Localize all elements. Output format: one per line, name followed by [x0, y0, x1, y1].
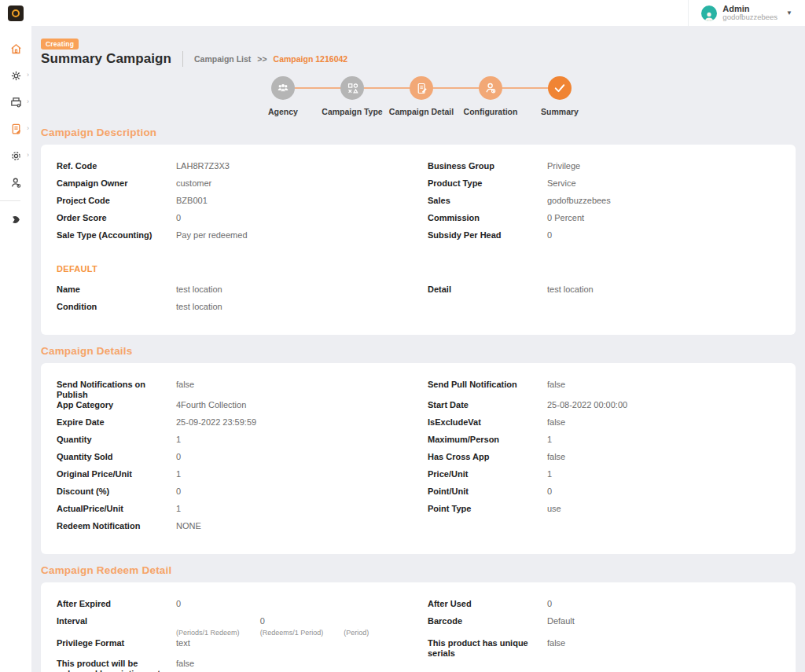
- configuration-icon: [479, 76, 502, 100]
- summary-check-icon: [548, 76, 572, 100]
- field-label: Interval: [57, 616, 176, 638]
- fields-grid: Nametest locationDetailtest locationCond…: [57, 285, 786, 319]
- field-label: Send Pull Notification: [428, 380, 547, 400]
- field-value: text: [176, 638, 428, 659]
- field-label: Point/Unit: [428, 487, 547, 504]
- sidebar-item-home[interactable]: [0, 35, 31, 62]
- field-label: ActualPrice/Unit: [57, 504, 176, 521]
- field-value: 0: [176, 599, 428, 616]
- field-value: false: [547, 638, 786, 659]
- fields-grid: After Expired0After Used0Interval(Period…: [57, 599, 786, 672]
- chevron-down-icon[interactable]: ▼: [786, 9, 792, 17]
- field-label: Maximum/Person: [428, 435, 547, 452]
- field-label: Ref. Code: [57, 161, 176, 178]
- step-label: Agency: [268, 107, 298, 116]
- stepper-step-configuration[interactable]: Configuration: [456, 76, 525, 116]
- field-value: 1: [176, 504, 428, 521]
- buzzebees-logo[interactable]: [8, 6, 24, 21]
- field-value: 1: [547, 469, 786, 487]
- interval-caption: (Period): [344, 628, 428, 638]
- section-campaign-description: Campaign DescriptionRef. CodeLAH8R7Z3X3B…: [41, 127, 796, 335]
- chevron-right-icon: ›: [27, 97, 29, 105]
- section-campaign-redeem-detail: Campaign Redeem DetailAfter Expired0Afte…: [41, 564, 796, 672]
- field-label: Detail: [428, 285, 547, 302]
- field-value: false: [547, 452, 786, 469]
- sidebar-divider: [0, 200, 20, 201]
- field-label: Point Type: [428, 504, 547, 521]
- cog-icon: [9, 149, 23, 163]
- field-label: Commission: [428, 213, 547, 230]
- chevron-right-icon: ›: [27, 151, 29, 159]
- stepper-step-campaign-detail[interactable]: Campaign Detail: [387, 76, 456, 116]
- agency-icon: [271, 76, 295, 100]
- field-value: 25-08-2022 00:00:00: [547, 400, 786, 417]
- home-icon: [9, 42, 23, 56]
- field-value: [547, 302, 786, 319]
- field-label: Name: [57, 285, 176, 302]
- sidebar-item-document[interactable]: ›: [0, 116, 31, 142]
- stepper-step-summary[interactable]: Summary: [525, 76, 594, 116]
- field-label: Expire Date: [57, 417, 176, 435]
- section-title: Campaign Description: [41, 127, 796, 138]
- step-label: Configuration: [464, 107, 518, 116]
- sidebar-item-gear[interactable]: ›: [0, 62, 31, 89]
- field-value: 4Fourth Collection: [176, 400, 428, 417]
- sidebar-item-cog[interactable]: ›: [0, 142, 31, 169]
- field-value: false: [176, 659, 428, 672]
- logo-ring-icon: [12, 9, 20, 17]
- user-icon: [9, 176, 23, 189]
- section-campaign-details: Campaign DetailsSend Notifications on Pu…: [41, 345, 796, 554]
- field-label: Business Group: [428, 161, 547, 178]
- field-label: App Category: [57, 400, 176, 417]
- field-label: Project Code: [57, 196, 176, 213]
- section-title: Campaign Redeem Detail: [41, 564, 796, 576]
- admin-menu[interactable]: Admin godofbuzzebees ▼: [688, 0, 800, 26]
- sidebar-item-collapse-arrow[interactable]: [0, 206, 31, 233]
- step-label: Summary: [541, 107, 579, 116]
- title-divider: [182, 51, 183, 67]
- field-label: Discount (%): [57, 487, 176, 504]
- fields-grid: Send Notifications on PublishfalseSend P…: [57, 380, 786, 538]
- field-label: Sales: [428, 196, 547, 213]
- field-value: 0 Percent: [547, 213, 786, 230]
- stepper-step-campaign-type[interactable]: Campaign Type: [318, 76, 387, 116]
- field-label: [428, 302, 547, 319]
- breadcrumb-current-campaign[interactable]: Campaign 1216042: [274, 54, 348, 64]
- field-value: 0: [547, 599, 786, 616]
- field-label: After Expired: [57, 599, 176, 616]
- field-label: Price/Unit: [428, 469, 547, 487]
- field-value: use: [547, 504, 786, 521]
- main-content: Creating Summary Campaign Campaign List …: [31, 26, 805, 672]
- interval-value: [176, 616, 260, 626]
- field-label: Redeem Notification: [57, 521, 176, 538]
- field-value: 0: [547, 487, 786, 504]
- breadcrumb-campaign-list[interactable]: Campaign List: [194, 54, 251, 64]
- fields-grid: Ref. CodeLAH8R7Z3X3Business GroupPrivile…: [57, 161, 786, 248]
- field-label: [428, 521, 547, 538]
- field-value: false: [547, 380, 786, 400]
- field-value: test location: [547, 285, 786, 302]
- interval-caption: (Redeems/1 Period): [260, 628, 344, 638]
- sidebar-item-device[interactable]: ›: [0, 89, 31, 116]
- field-label: Order Score: [57, 213, 176, 230]
- field-label: Condition: [57, 302, 176, 319]
- sidebar-item-user[interactable]: [0, 169, 31, 196]
- sidebar: ››››: [0, 0, 31, 672]
- admin-username: godofbuzzebees: [722, 13, 777, 22]
- step-label: Campaign Detail: [389, 107, 454, 116]
- field-value: [547, 521, 786, 538]
- field-value: BZB001: [176, 196, 428, 213]
- field-value: Service: [547, 178, 786, 196]
- field-label: This product has unique serials: [428, 638, 547, 659]
- field-label: Product Type: [428, 178, 547, 196]
- field-label: Campaign Owner: [57, 178, 176, 196]
- field-label: Original Price/Unit: [57, 469, 176, 487]
- section-card: Send Notifications on PublishfalseSend P…: [41, 363, 796, 554]
- campaign-type-icon: [340, 76, 364, 100]
- interval-column: (Periods/1 Redeem): [176, 616, 260, 638]
- field-label: Subsidy Per Head: [428, 230, 547, 248]
- stepper-step-agency[interactable]: Agency: [248, 76, 318, 116]
- field-value: 0: [176, 452, 428, 469]
- field-value: [547, 659, 786, 672]
- field-label: This product will be redeemed by printin…: [57, 659, 176, 672]
